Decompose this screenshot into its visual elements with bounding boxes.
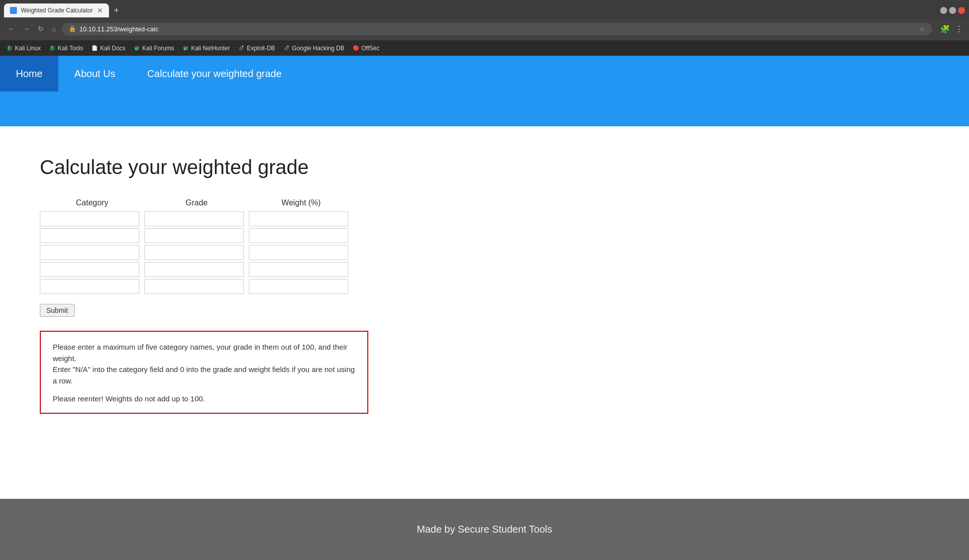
window-controls <box>940 7 965 14</box>
tab-bar: Weighted Grade Calculator ✕ + <box>0 0 969 18</box>
bookmarks-bar: 🐉 Kali Linux 🐉 Kali Tools 📄 Kali Docs 🐲 … <box>0 40 969 56</box>
page-wrapper: Home About Us Calculate your weighted gr… <box>0 56 969 560</box>
bookmark-star-icon[interactable]: ☆ <box>919 25 925 33</box>
refresh-button[interactable]: ↻ <box>36 24 46 34</box>
nav-home[interactable]: Home <box>0 56 58 92</box>
maximize-button[interactable] <box>949 7 956 14</box>
grade-input-4[interactable] <box>144 262 244 277</box>
bookmark-exploit-db-label: Exploit-DB <box>247 45 275 52</box>
hero-band <box>0 92 969 126</box>
instruction-line1: Please enter a maximum of five category … <box>53 343 347 363</box>
category-input-5[interactable] <box>40 279 139 294</box>
kali-docs-icon: 📄 <box>91 45 98 52</box>
nav-about-us-label: About Us <box>74 68 115 80</box>
bookmark-kali-linux-label: Kali Linux <box>15 45 41 52</box>
weight-input-3[interactable] <box>249 245 348 260</box>
address-input[interactable]: 🔒 10.10.11.253/weighted-calc ☆ <box>62 23 932 35</box>
bookmark-kali-nethunter-label: Kali NetHunter <box>191 45 230 52</box>
category-input-2[interactable] <box>40 228 139 243</box>
google-hacking-db-icon: 💣 <box>283 45 290 52</box>
form-row-4 <box>40 262 388 277</box>
nav-calculate-label: Calculate your weighted grade <box>147 68 282 80</box>
home-button[interactable]: ⌂ <box>50 24 58 34</box>
bookmark-google-hacking-db[interactable]: 💣 Google Hacking DB <box>283 45 344 52</box>
bookmark-google-hacking-db-label: Google Hacking DB <box>292 45 344 52</box>
main-content: Calculate your weighted grade Category G… <box>0 126 969 499</box>
bookmark-kali-docs-label: Kali Docs <box>100 45 125 52</box>
nav-calculate[interactable]: Calculate your weighted grade <box>131 56 298 92</box>
form-row-2 <box>40 228 388 243</box>
footer-text: Made by Secure Student Tools <box>10 524 959 535</box>
bookmark-kali-tools[interactable]: 🐉 Kali Tools <box>49 45 83 52</box>
grade-form: Category Grade Weight (%) <box>40 198 388 317</box>
tab-close-icon[interactable]: ✕ <box>97 6 103 14</box>
lock-icon: 🔒 <box>69 25 76 32</box>
weight-input-5[interactable] <box>249 279 348 294</box>
kali-tools-icon: 🐉 <box>49 45 56 52</box>
browser-actions: 🧩 ⋮ <box>940 24 963 34</box>
menu-icon[interactable]: ⋮ <box>955 24 963 34</box>
tab-title: Weighted Grade Calculator <box>21 7 93 14</box>
grade-input-2[interactable] <box>144 228 244 243</box>
active-tab[interactable]: Weighted Grade Calculator ✕ <box>4 3 109 17</box>
minimize-button[interactable] <box>940 7 947 14</box>
category-input-4[interactable] <box>40 262 139 277</box>
bookmark-offsec[interactable]: 🔴 OffSec <box>352 45 379 52</box>
url-text: 10.10.11.253/weighted-calc <box>79 25 158 33</box>
forward-button[interactable]: → <box>21 24 32 34</box>
weight-input-4[interactable] <box>249 262 348 277</box>
bookmark-kali-forums[interactable]: 🐲 Kali Forums <box>133 45 174 52</box>
browser-chrome: Weighted Grade Calculator ✕ + ← → ↻ ⌂ 🔒 … <box>0 0 969 56</box>
form-row-3 <box>40 245 388 260</box>
category-input-1[interactable] <box>40 211 139 226</box>
address-bar: ← → ↻ ⌂ 🔒 10.10.11.253/weighted-calc ☆ 🧩… <box>0 18 969 40</box>
nav-home-label: Home <box>16 68 42 80</box>
form-headers: Category Grade Weight (%) <box>40 198 388 207</box>
footer: Made by Secure Student Tools <box>0 499 969 560</box>
nav-about-us[interactable]: About Us <box>58 56 131 92</box>
main-nav: Home About Us Calculate your weighted gr… <box>0 56 969 92</box>
extensions-icon[interactable]: 🧩 <box>940 24 950 34</box>
grade-input-5[interactable] <box>144 279 244 294</box>
tab-favicon <box>10 7 17 14</box>
kali-linux-icon: 🐉 <box>6 45 13 52</box>
instruction-text: Please enter a maximum of five category … <box>53 342 355 386</box>
col-header-grade: Grade <box>144 198 249 207</box>
instruction-line2: Enter "N/A" into the category field and … <box>53 365 355 385</box>
bookmark-kali-nethunter[interactable]: 🐲 Kali NetHunter <box>182 45 230 52</box>
back-button[interactable]: ← <box>6 24 17 34</box>
form-row-1 <box>40 211 388 226</box>
close-button[interactable] <box>958 7 965 14</box>
weight-input-2[interactable] <box>249 228 348 243</box>
weight-input-1[interactable] <box>249 211 348 226</box>
form-row-5 <box>40 279 388 294</box>
grade-input-3[interactable] <box>144 245 244 260</box>
exploit-db-icon: 💣 <box>238 45 245 52</box>
bookmark-kali-forums-label: Kali Forums <box>142 45 174 52</box>
grade-input-1[interactable] <box>144 211 244 226</box>
submit-button[interactable]: Submit <box>40 304 75 317</box>
bookmark-kali-tools-label: Kali Tools <box>58 45 83 52</box>
error-text: Please reenter! Weights do not add up to… <box>53 394 355 403</box>
col-header-category: Category <box>40 198 144 207</box>
bookmark-kali-docs[interactable]: 📄 Kali Docs <box>91 45 125 52</box>
offsec-icon: 🔴 <box>352 45 359 52</box>
kali-nethunter-icon: 🐲 <box>182 45 189 52</box>
page-title: Calculate your weighted grade <box>40 156 929 179</box>
new-tab-button[interactable]: + <box>111 4 122 17</box>
bookmark-kali-linux[interactable]: 🐉 Kali Linux <box>6 45 41 52</box>
message-box: Please enter a maximum of five category … <box>40 331 368 414</box>
kali-forums-icon: 🐲 <box>133 45 140 52</box>
bookmark-exploit-db[interactable]: 💣 Exploit-DB <box>238 45 275 52</box>
col-header-weight: Weight (%) <box>249 198 353 207</box>
category-input-3[interactable] <box>40 245 139 260</box>
bookmark-offsec-label: OffSec <box>361 45 379 52</box>
